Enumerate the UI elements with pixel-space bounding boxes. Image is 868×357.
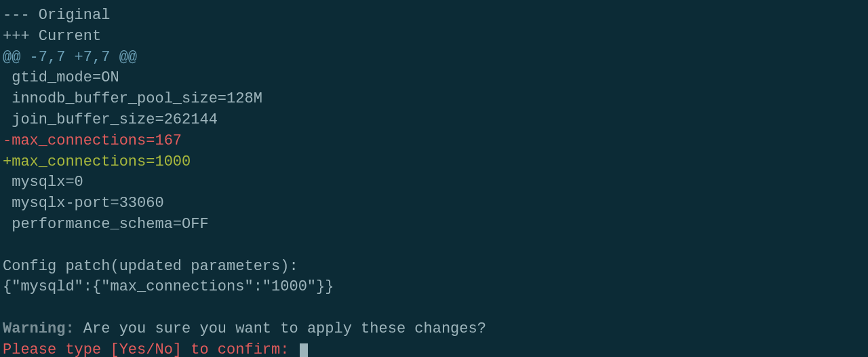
- blank-line: [3, 236, 865, 257]
- diff-context-line: performance_schema=OFF: [3, 214, 865, 236]
- warning-label: Warning:: [3, 320, 75, 337]
- warning-text: Are you sure you want to apply these cha…: [75, 320, 486, 337]
- diff-context-line: gtid_mode=ON: [3, 68, 865, 89]
- cursor-icon: [300, 343, 308, 357]
- warning-line: Warning: Are you sure you want to apply …: [3, 319, 865, 340]
- prompt-text: Please type [Yes/No] to confirm:: [3, 341, 298, 357]
- diff-context-line: mysqlx=0: [3, 172, 865, 193]
- diff-context-line: mysqlx-port=33060: [3, 193, 865, 214]
- diff-hunk-header: @@ -7,7 +7,7 @@: [3, 48, 865, 69]
- confirm-prompt[interactable]: Please type [Yes/No] to confirm:: [3, 340, 865, 357]
- diff-header-current: +++ Current: [3, 26, 865, 48]
- diff-added-line: +max_connections=1000: [3, 152, 865, 173]
- config-patch-label: Config patch(updated parameters):: [3, 257, 865, 278]
- blank-line: [3, 298, 865, 319]
- diff-context-line: innodb_buffer_pool_size=128M: [3, 89, 865, 110]
- terminal-output: --- Original +++ Current @@ -7,7 +7,7 @@…: [0, 0, 868, 357]
- diff-header-original: --- Original: [3, 5, 865, 26]
- diff-context-line: join_buffer_size=262144: [3, 110, 865, 131]
- config-patch-json: {"mysqld":{"max_connections":"1000"}}: [3, 277, 865, 298]
- diff-removed-line: -max_connections=167: [3, 131, 865, 152]
